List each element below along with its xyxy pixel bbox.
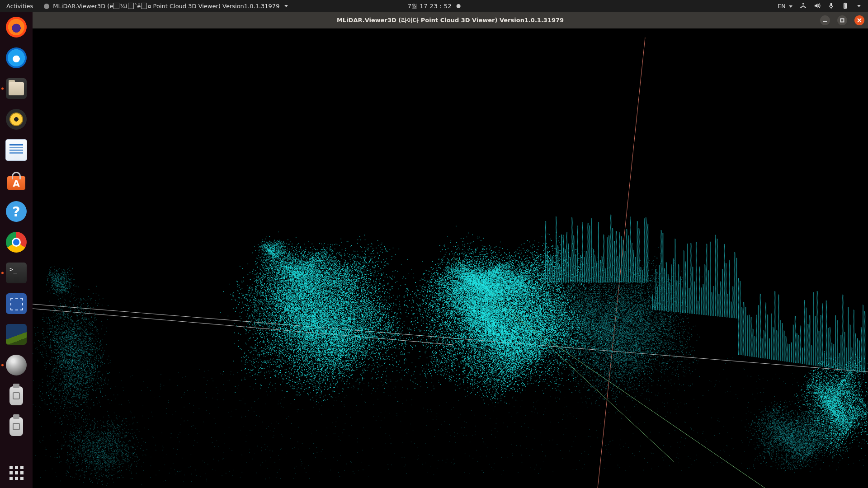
- gnome-top-bar: Activities MLiDAR.Viewer3D (ë¼ìˆë¤ Point…: [0, 0, 868, 12]
- terminal-icon: >_: [6, 263, 27, 283]
- dock-app-firefox[interactable]: [5, 16, 28, 38]
- window-titlebar[interactable]: MLiDAR.Viewer3D (라이다 Point Cloud 3D View…: [33, 12, 868, 28]
- app-window: MLiDAR.Viewer3D (라이다 Point Cloud 3D View…: [33, 12, 868, 488]
- dock-app-ubuntu-software[interactable]: [5, 169, 28, 192]
- svg-rect-6: [844, 2, 846, 3]
- app-menu-label: MLiDAR.Viewer3D (ë¼ìˆë¤ Point Cloud 3D V…: [53, 3, 279, 9]
- notification-indicator-icon: [456, 4, 460, 8]
- mlidar-viewer3d-icon: [6, 355, 27, 375]
- chrome-icon: [6, 232, 27, 253]
- usb-drive-icon: [9, 386, 23, 405]
- dock-mount-usb-1[interactable]: [5, 385, 28, 407]
- volume-icon[interactable]: [814, 2, 821, 10]
- screenshot-icon: [6, 293, 27, 314]
- help-icon: ?: [6, 201, 27, 222]
- show-applications-button[interactable]: [9, 466, 24, 480]
- close-icon: [857, 18, 862, 23]
- dock-mount-usb-2[interactable]: [5, 415, 28, 438]
- maximize-icon: [840, 18, 844, 23]
- dock-app-screenshot[interactable]: [5, 292, 28, 315]
- window-close-button[interactable]: [854, 15, 864, 25]
- svg-rect-5: [844, 4, 846, 7]
- system-menu-caret-icon[interactable]: [857, 5, 861, 7]
- activities-button[interactable]: Activities: [6, 3, 33, 9]
- app-menu-icon: [44, 4, 49, 9]
- image-viewer-icon: [6, 324, 27, 345]
- minimize-icon: [823, 18, 827, 23]
- input-source-label: EN: [778, 3, 786, 9]
- rhythmbox-icon: [6, 109, 27, 130]
- dock-app-terminal[interactable]: >_: [5, 262, 28, 284]
- dock-app-thunderbird[interactable]: [5, 47, 28, 69]
- dock-app-files[interactable]: [5, 77, 28, 100]
- dock-app-mlidar-viewer3d[interactable]: [5, 354, 28, 376]
- ubuntu-dock: ? >_: [0, 12, 33, 488]
- usb-drive-icon: [9, 417, 23, 436]
- window-minimize-button[interactable]: [820, 15, 830, 25]
- clock-area[interactable]: 7월 17 23：52: [408, 0, 461, 12]
- battery-icon[interactable]: [842, 2, 849, 10]
- dock-app-rhythmbox[interactable]: [5, 108, 28, 131]
- chevron-down-icon: [789, 5, 793, 8]
- firefox-icon: [6, 17, 27, 38]
- files-icon: [6, 78, 27, 99]
- libreoffice-writer-icon: [5, 139, 27, 161]
- dock-app-libreoffice-writer[interactable]: [5, 139, 28, 161]
- dock-app-google-chrome[interactable]: [5, 231, 28, 253]
- network-icon[interactable]: [800, 2, 807, 10]
- svg-rect-7: [841, 19, 844, 22]
- clock-label: 7월 17 23：52: [408, 2, 452, 10]
- microphone-icon[interactable]: [828, 2, 835, 10]
- window-maximize-button[interactable]: [837, 15, 847, 25]
- point-cloud-3d-viewport[interactable]: [33, 28, 868, 488]
- window-title: MLiDAR.Viewer3D (라이다 Point Cloud 3D View…: [337, 16, 564, 24]
- app-menu[interactable]: MLiDAR.Viewer3D (ë¼ìˆë¤ Point Cloud 3D V…: [44, 3, 288, 9]
- thunderbird-icon: [6, 47, 27, 68]
- ubuntu-software-icon: [6, 172, 27, 190]
- chevron-down-icon: [284, 5, 288, 7]
- svg-point-0: [802, 3, 804, 4]
- input-source-indicator[interactable]: EN: [778, 3, 793, 9]
- svg-rect-3: [830, 3, 832, 6]
- dock-app-image-viewer[interactable]: [5, 323, 28, 346]
- dock-app-help[interactable]: ?: [5, 200, 28, 223]
